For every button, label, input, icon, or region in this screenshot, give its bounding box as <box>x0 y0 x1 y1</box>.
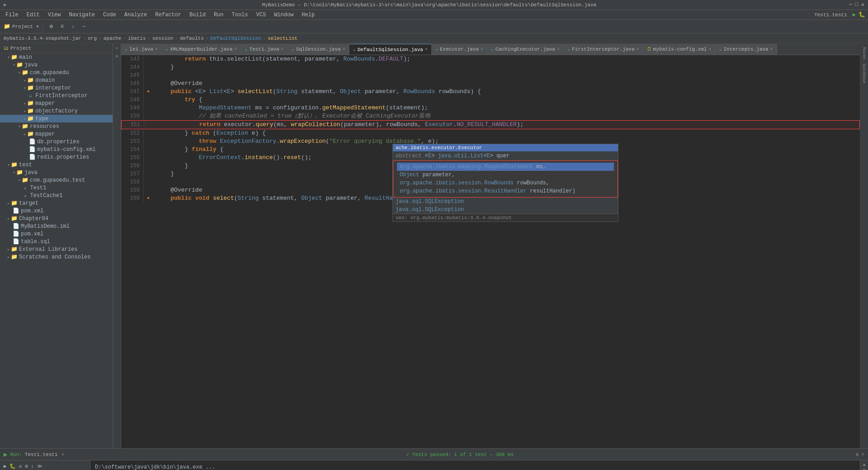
tree-item-resources[interactable]: ▾📁resources <box>0 122 113 130</box>
tab-xmlmapperbuilder[interactable]: ☕ XMLMapperBuilder.java × <box>162 44 241 55</box>
scroll-down-btn[interactable]: ▼ <box>863 468 865 470</box>
tab-close[interactable]: × <box>637 47 639 52</box>
menu-item-run[interactable]: Run <box>210 11 227 19</box>
tree-item-redis-props[interactable]: 📄redis.properties <box>0 153 113 161</box>
tab-mybatisconfig[interactable]: 🗒 mybatis-config.xml × <box>643 44 716 55</box>
tab-close[interactable]: × <box>770 47 773 52</box>
ac-param-3[interactable]: org.apache.ibatis.session.RowBounds rowB… <box>397 179 614 187</box>
tab-sqlsession[interactable]: ☕ SqlSession.java × <box>288 44 349 55</box>
tree-item-test-java[interactable]: ▾📁java <box>0 169 113 176</box>
ac-exception-2[interactable]: java.sql.SQLException <box>393 206 618 214</box>
tab-close[interactable]: × <box>425 47 428 52</box>
close-btn[interactable]: ✕ <box>861 1 864 8</box>
tab-defaultsqlsession[interactable]: ☕ DefaultSqlSession.java × <box>349 44 432 55</box>
tab-close[interactable]: × <box>343 47 345 52</box>
toolbar-btn-3[interactable]: ☆ <box>68 22 77 31</box>
menu-item-refactor[interactable]: Refactor <box>151 11 185 19</box>
ac-exception-1[interactable]: java.sql.SQLException <box>393 197 618 206</box>
bottom-layout: ▶ 🐛 ↺ ⚙ ↕ ≫ ✓ Test1 (308 ms) ✓ test1 (30… <box>0 461 868 470</box>
menu-item-file[interactable]: File <box>2 11 22 19</box>
tree-item-objectfactory[interactable]: ▸📁objectfactory <box>0 107 113 115</box>
tree-item-target[interactable]: ▸📁target <box>0 199 113 207</box>
tab-close[interactable]: × <box>235 47 237 52</box>
left-tool-structure[interactable]: ≡ <box>113 45 121 52</box>
close-run-btn[interactable]: × <box>61 452 64 457</box>
toolbar-btn-2[interactable]: ≡ <box>57 22 66 31</box>
tree-item-main[interactable]: ▾📁main <box>0 53 113 61</box>
tree-item-java[interactable]: ▾📁java <box>0 61 113 69</box>
tree-item-table-sql[interactable]: 📄table.sql <box>0 238 113 245</box>
tree-item-firstinterceptor[interactable]: ☕ FirstInterceptor <box>0 92 113 99</box>
tab-le1[interactable]: ☕ le1.java × <box>121 44 162 55</box>
search-everywhere[interactable]: Test1.test1 <box>811 12 851 18</box>
tab-executor[interactable]: ☕ Executor.java × <box>432 44 487 55</box>
breadcrumb-item[interactable]: apache <box>104 36 122 41</box>
tree-item-test[interactable]: ▾📁test <box>0 161 113 169</box>
ac-param-1[interactable]: org.apache.ibatis.mapping.MappedStatemen… <box>397 163 614 171</box>
breadcrumb-item[interactable]: session <box>152 36 173 41</box>
tree-item-db-props[interactable]: 📄db.properties <box>0 138 113 146</box>
menu-item-navigate[interactable]: Navigate <box>65 11 99 19</box>
tab-close[interactable]: × <box>557 47 560 52</box>
sidebar: 🗂 Project ▾📁main ▾📁java ▾📁com.gupaoedu ▸… <box>0 43 113 448</box>
test-run-btn[interactable]: ▶ 🐛 ↺ ⚙ ↕ ≫ <box>2 462 88 470</box>
left-tool-maven[interactable]: M <box>113 53 121 61</box>
menu-item-vcs[interactable]: VCS <box>253 11 270 19</box>
tree-item-pom[interactable]: 📄pom.xml <box>0 207 113 215</box>
tree-item-test1[interactable]: ☕ Test1 <box>0 184 113 192</box>
tab-cachingexecutor[interactable]: ☕ CachingExecutor.java × <box>487 44 564 55</box>
scroll-up-btn[interactable]: ▲ <box>863 462 865 467</box>
menu-item-build[interactable]: Build <box>186 11 209 19</box>
code-editor[interactable]: 143 return this.selectList(statement, pa… <box>121 55 860 448</box>
tree-item-external-libs[interactable]: ▸📁External Libraries <box>0 245 113 253</box>
tree-item-test-pkg[interactable]: ▾📁com.gupaoedu.test <box>0 176 113 184</box>
toolbar-btn-4[interactable]: − <box>79 22 88 31</box>
minimize-btn[interactable]: ─ <box>849 1 852 8</box>
menu-item-analyze[interactable]: Analyze <box>121 11 151 19</box>
tab-test1[interactable]: ☕ Test1.java × <box>241 44 288 55</box>
close-bottom-btn[interactable]: × <box>861 452 864 457</box>
tab-firstinterceptor[interactable]: ☕ FirstInterceptor.java × <box>564 44 643 55</box>
run-settings-btn[interactable]: ⚙ <box>856 451 859 457</box>
run-action[interactable]: ▶ <box>853 11 856 18</box>
tab-label: Test1.java <box>250 47 279 52</box>
database-panel-btn[interactable]: Database <box>861 62 867 85</box>
tree-item-interceptor[interactable]: ▾📁interceptor <box>0 84 113 92</box>
menu-item-window[interactable]: Window <box>270 11 297 19</box>
menu-item-edit[interactable]: Edit <box>23 11 43 19</box>
run-icon[interactable]: ▶ <box>4 451 7 458</box>
console-output[interactable]: D:\software\java\jdk\bin\java.exe ... lo… <box>90 461 860 470</box>
menu-item-view[interactable]: View <box>44 11 65 19</box>
menu-item-code[interactable]: Code <box>99 11 120 19</box>
tab-close[interactable]: × <box>281 47 284 52</box>
tree-item-gupaoedu[interactable]: ▾📁com.gupaoedu <box>0 69 113 76</box>
breadcrumb-item[interactable]: defaults <box>180 36 204 41</box>
tree-item-domain[interactable]: ▸📁domain <box>0 76 113 84</box>
tree-item-chapter04[interactable]: ▸📁Chapter04 <box>0 215 113 222</box>
toolbar-btn-1[interactable]: ⚙ <box>47 22 56 31</box>
tree-item-scratches[interactable]: ▸📁Scratches and Consoles <box>0 253 113 261</box>
tab-close[interactable]: × <box>155 47 158 52</box>
tab-intercepts[interactable]: ☕ Intercepts.java × <box>715 44 777 55</box>
tree-item-mapper-res[interactable]: ▸📁mapper <box>0 130 113 138</box>
tree-item-mapper[interactable]: ▸📁mapper <box>0 99 113 107</box>
tree-item-mybatisdemo-iml[interactable]: 📄MyBatisDemo.iml <box>0 222 113 230</box>
ac-param-4[interactable]: org.apache.ibatis.session.ResultHandler … <box>397 187 614 195</box>
breadcrumb-item[interactable]: ibatis <box>128 36 146 41</box>
ac-param-2[interactable]: Object parameter, <box>397 171 614 179</box>
tree-item-mybatis-xml[interactable]: 📄mybatis-config.xml <box>0 146 113 153</box>
maximize-btn[interactable]: □ <box>855 1 859 8</box>
tab-close[interactable]: × <box>708 47 711 52</box>
menu-item-help[interactable]: Help <box>298 11 318 19</box>
debug-action[interactable]: 🐛 <box>859 11 865 18</box>
breadcrumb-item[interactable]: mybatis-3.5.4-snapshot.jar <box>4 36 81 41</box>
breadcrumb-item[interactable]: selectList <box>268 36 297 41</box>
tab-close[interactable]: × <box>481 47 483 52</box>
menu-item-tools[interactable]: Tools <box>228 11 252 19</box>
tree-item-testcache1[interactable]: ☕ TestCache1 <box>0 192 113 199</box>
maven-panel-btn[interactable]: Maven <box>861 45 867 61</box>
breadcrumb-item[interactable]: org <box>88 36 97 41</box>
breadcrumb-item[interactable]: DefaultSqlSession <box>210 36 261 41</box>
tree-item-pom2[interactable]: 📄pom.xml <box>0 230 113 238</box>
tree-item-type[interactable]: ▸📁type <box>0 115 113 122</box>
